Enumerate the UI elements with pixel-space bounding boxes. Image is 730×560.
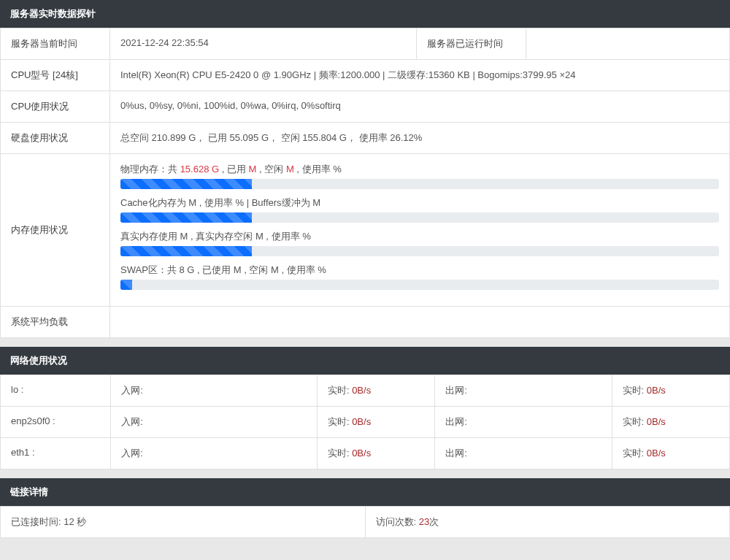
row-link-details: 已连接时间: 12 秒 访问次数: 23次	[1, 507, 730, 538]
mem-real-bar	[120, 246, 252, 256]
mem-real-block: 真实内存使用 M , 真实内存空闲 M , 使用率 %	[120, 230, 719, 256]
label-visit-count: 访问次数:	[376, 516, 419, 527]
row-disk-usage: 硬盘使用状况 总空间 210.899 G， 已用 55.095 G， 空闲 15…	[1, 123, 730, 154]
mem-swap-block: SWAP区：共 8 G , 已使用 M , 空闲 M , 使用率 %	[120, 264, 719, 290]
value-load-avg	[110, 307, 730, 338]
net-in-rt: 实时: 0B/s	[317, 407, 434, 438]
net-out-label: 出网:	[435, 438, 612, 469]
net-out-label: 出网:	[435, 375, 612, 407]
net-row: enp2s0f0 :入网:实时: 0B/s出网:实时: 0B/s	[1, 407, 730, 438]
row-cpu-model: CPU型号 [24核] Intel(R) Xeon(R) CPU E5-2420…	[1, 60, 730, 91]
mem-phys-bar-bg	[120, 179, 719, 189]
value-cpu-usage: 0%us, 0%sy, 0%ni, 100%id, 0%wa, 0%irq, 0…	[110, 91, 730, 123]
net-out-label: 出网:	[435, 407, 612, 438]
mem-real-text: 真实内存使用 M , 真实内存空闲 M , 使用率 %	[120, 231, 311, 242]
mem-swap-text: SWAP区：共 8 G , 已使用 M , 空闲 M , 使用率 %	[120, 264, 326, 275]
net-in-rt: 实时: 0B/s	[317, 375, 434, 407]
link-table: 已连接时间: 12 秒 访问次数: 23次	[0, 506, 730, 538]
mem-phys-m3: , 使用率	[294, 164, 333, 174]
suffix-visit-count: 次	[429, 516, 439, 527]
label-cpu-usage: CPU使用状况	[1, 91, 110, 123]
net-out-rt: 实时: 0B/s	[612, 375, 729, 407]
net-iface-name: eth1 :	[1, 438, 111, 469]
value-cpu-model: Intel(R) Xeon(R) CPU E5-2420 0 @ 1.90GHz…	[110, 60, 730, 91]
value-visit-count: 23	[419, 516, 429, 527]
net-iface-name: lo :	[1, 375, 111, 407]
row-mem-usage: 内存使用状况 物理内存：共 15.628 G , 已用 M , 空闲 M , 使…	[1, 154, 730, 307]
cell-connected-time: 已连接时间: 12 秒	[1, 507, 366, 538]
label-disk-usage: 硬盘使用状况	[1, 123, 110, 154]
row-server-time: 服务器当前时间 2021-12-24 22:35:54 服务器已运行时间	[1, 28, 730, 60]
mem-phys-rate: %	[333, 164, 342, 174]
link-panel: 链接详情 已连接时间: 12 秒 访问次数: 23次	[0, 478, 730, 538]
value-connected-time: 12 秒	[64, 516, 86, 527]
net-row: lo :入网:实时: 0B/s出网:实时: 0B/s	[1, 375, 730, 407]
mem-swap-bar-bg	[120, 280, 719, 290]
mem-cache-bar	[120, 212, 252, 223]
value-current-time: 2021-12-24 22:35:54	[110, 28, 417, 60]
label-mem-usage: 内存使用状况	[1, 154, 110, 307]
row-load-avg: 系统平均负载	[1, 307, 730, 338]
net-iface-name: enp2s0f0 :	[1, 407, 111, 438]
label-current-time: 服务器当前时间	[1, 28, 110, 60]
realtime-panel: 服务器实时数据探针 服务器当前时间 2021-12-24 22:35:54 服务…	[0, 0, 730, 338]
net-in-label: 入网:	[111, 375, 318, 407]
mem-real-bar-bg	[120, 246, 719, 256]
link-panel-header: 链接详情	[0, 478, 730, 506]
mem-phys-m2: , 空闲	[256, 164, 285, 174]
mem-phys-prefix: 物理内存：共	[120, 164, 180, 174]
net-in-rt: 实时: 0B/s	[317, 438, 434, 469]
mem-swap-bar	[120, 280, 132, 290]
mem-phys-bar	[120, 179, 252, 189]
mem-phys-text: 物理内存：共 15.628 G , 已用 M , 空闲 M , 使用率 %	[120, 164, 342, 174]
cell-visit-count: 访问次数: 23次	[365, 507, 730, 538]
network-panel-header: 网络使用状况	[0, 347, 730, 375]
net-in-label: 入网:	[111, 407, 318, 438]
mem-phys-free: M	[286, 164, 294, 174]
row-cpu-usage: CPU使用状况 0%us, 0%sy, 0%ni, 100%id, 0%wa, …	[1, 91, 730, 123]
net-out-rt: 实时: 0B/s	[612, 407, 729, 438]
net-in-label: 入网:	[111, 438, 318, 469]
label-load-avg: 系统平均负载	[1, 307, 110, 338]
realtime-panel-header: 服务器实时数据探针	[0, 0, 730, 28]
realtime-table: 服务器当前时间 2021-12-24 22:35:54 服务器已运行时间 CPU…	[0, 28, 730, 338]
net-row: eth1 :入网:实时: 0B/s出网:实时: 0B/s	[1, 438, 730, 469]
mem-cache-block: Cache化内存为 M , 使用率 % | Buffers缓冲为 M	[120, 196, 719, 223]
mem-cache-bar-bg	[120, 212, 719, 223]
label-connected-time: 已连接时间:	[11, 516, 64, 527]
network-panel: 网络使用状况 lo :入网:实时: 0B/s出网:实时: 0B/senp2s0f…	[0, 347, 730, 469]
mem-phys-total: 15.628 G	[180, 164, 220, 174]
mem-physical-block: 物理内存：共 15.628 G , 已用 M , 空闲 M , 使用率 %	[120, 163, 719, 189]
value-mem-usage: 物理内存：共 15.628 G , 已用 M , 空闲 M , 使用率 % Ca…	[110, 154, 730, 307]
network-table: lo :入网:实时: 0B/s出网:实时: 0B/senp2s0f0 :入网:实…	[0, 375, 730, 469]
value-uptime	[526, 28, 730, 60]
value-disk-usage: 总空间 210.899 G， 已用 55.095 G， 空闲 155.804 G…	[110, 123, 730, 154]
label-uptime: 服务器已运行时间	[417, 28, 526, 60]
mem-cache-text: Cache化内存为 M , 使用率 % | Buffers缓冲为 M	[120, 197, 320, 208]
mem-phys-m1: , 已用	[219, 164, 248, 174]
label-cpu-model: CPU型号 [24核]	[1, 60, 110, 91]
mem-phys-used: M	[249, 164, 257, 174]
net-out-rt: 实时: 0B/s	[612, 438, 729, 469]
